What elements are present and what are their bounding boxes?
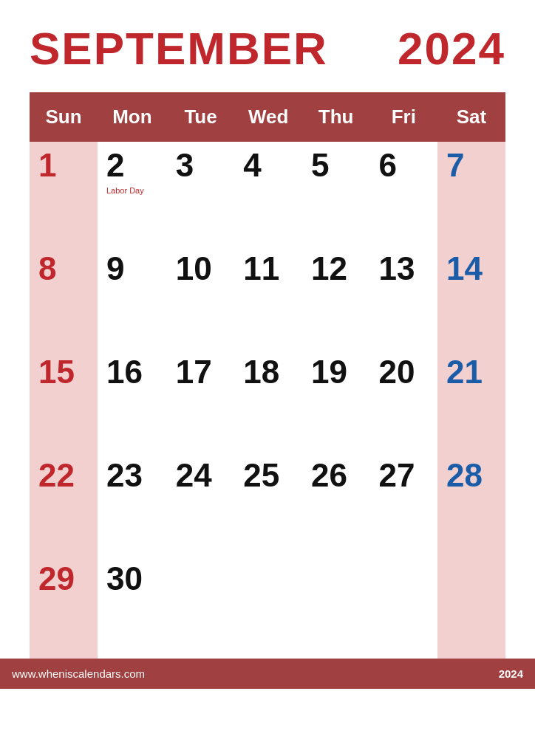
cell-sep12: 12 bbox=[302, 245, 370, 348]
cell-sep14: 14 bbox=[437, 245, 505, 348]
day-number: 14 bbox=[446, 252, 497, 285]
cell-sep9: 9 bbox=[98, 245, 167, 348]
day-number: 13 bbox=[378, 252, 429, 285]
week-2: 8 9 10 11 12 13 14 bbox=[30, 245, 505, 348]
footer-bar: www.wheniscalendars.com 2024 bbox=[0, 659, 535, 689]
cell-sep28: 28 bbox=[437, 452, 505, 555]
cell-sep11: 11 bbox=[234, 245, 302, 348]
cell-sep7: 7 bbox=[437, 142, 505, 245]
cell-empty-1 bbox=[167, 555, 235, 659]
day-number: 2 bbox=[106, 149, 158, 182]
day-headers-row: Sun Mon Tue Wed Thu Fri Sat bbox=[30, 92, 505, 142]
day-number: 10 bbox=[176, 252, 226, 285]
day-number: 19 bbox=[311, 356, 361, 388]
holiday-label: Labor Day bbox=[106, 186, 158, 195]
cell-empty-5 bbox=[437, 555, 505, 659]
day-number: 18 bbox=[243, 356, 293, 388]
header-mon: Mon bbox=[98, 92, 167, 142]
cell-sep13: 13 bbox=[369, 245, 437, 348]
day-number: 15 bbox=[38, 356, 89, 388]
day-number: 12 bbox=[311, 252, 361, 285]
day-number: 16 bbox=[106, 356, 158, 388]
cell-sep10: 10 bbox=[167, 245, 235, 348]
day-number: 28 bbox=[446, 459, 497, 492]
day-number: 17 bbox=[176, 356, 226, 388]
cell-sep30: 30 bbox=[98, 555, 167, 659]
cell-sep19: 19 bbox=[302, 348, 370, 452]
page-wrapper: SEPTEMBER 2024 Sun Mon Tue Wed Thu Fri S… bbox=[30, 22, 505, 689]
cell-sep23: 23 bbox=[98, 452, 167, 555]
header-sun: Sun bbox=[30, 92, 98, 142]
cell-sep3: 3 bbox=[167, 142, 235, 245]
header-sat: Sat bbox=[437, 92, 505, 142]
week-1: 1 2 Labor Day 3 4 5 6 bbox=[30, 142, 505, 245]
month-title: SEPTEMBER bbox=[30, 22, 328, 75]
day-number: 23 bbox=[106, 459, 158, 492]
day-number: 22 bbox=[38, 459, 89, 492]
day-number: 24 bbox=[176, 459, 226, 492]
cell-sep17: 17 bbox=[167, 348, 235, 452]
header-thu: Thu bbox=[302, 92, 370, 142]
cell-sep18: 18 bbox=[234, 348, 302, 452]
week-4: 22 23 24 25 26 27 28 bbox=[30, 452, 505, 555]
header-wed: Wed bbox=[234, 92, 302, 142]
cell-empty-2 bbox=[234, 555, 302, 659]
day-number: 5 bbox=[311, 149, 361, 182]
cell-sep8: 8 bbox=[30, 245, 98, 348]
header-fri: Fri bbox=[369, 92, 437, 142]
cell-sep20: 20 bbox=[369, 348, 437, 452]
day-number: 8 bbox=[38, 252, 89, 285]
day-number: 26 bbox=[311, 459, 361, 492]
cell-sep26: 26 bbox=[302, 452, 370, 555]
week-3: 15 16 17 18 19 20 21 bbox=[30, 348, 505, 452]
day-number: 27 bbox=[378, 459, 429, 492]
cell-sep24: 24 bbox=[167, 452, 235, 555]
day-number: 3 bbox=[176, 149, 226, 182]
day-number: 6 bbox=[378, 149, 429, 182]
cell-sep16: 16 bbox=[98, 348, 167, 452]
calendar-header: SEPTEMBER 2024 bbox=[30, 22, 505, 75]
header-tue: Tue bbox=[167, 92, 235, 142]
cell-sep21: 21 bbox=[437, 348, 505, 452]
year-title: 2024 bbox=[398, 22, 505, 75]
cell-empty-3 bbox=[302, 555, 370, 659]
footer-url: www.wheniscalendars.com bbox=[12, 667, 145, 680]
cell-empty-4 bbox=[369, 555, 437, 659]
day-number: 21 bbox=[446, 356, 497, 388]
cell-sep27: 27 bbox=[369, 452, 437, 555]
cell-sep22: 22 bbox=[30, 452, 98, 555]
footer-year: 2024 bbox=[499, 667, 523, 680]
cell-sep29: 29 bbox=[30, 555, 98, 659]
cell-sep25: 25 bbox=[234, 452, 302, 555]
day-number: 4 bbox=[243, 149, 293, 182]
calendar-table: Sun Mon Tue Wed Thu Fri Sat 1 2 Labor Da… bbox=[30, 92, 505, 659]
day-number: 11 bbox=[243, 252, 293, 285]
day-number: 25 bbox=[243, 459, 293, 492]
day-number: 9 bbox=[106, 252, 158, 285]
cell-sep6: 6 bbox=[369, 142, 437, 245]
cell-sep1: 1 bbox=[30, 142, 98, 245]
cell-sep2: 2 Labor Day bbox=[98, 142, 167, 245]
day-number: 29 bbox=[38, 563, 89, 595]
cell-sep5: 5 bbox=[302, 142, 370, 245]
day-number: 7 bbox=[446, 149, 497, 182]
cell-sep4: 4 bbox=[234, 142, 302, 245]
day-number: 30 bbox=[106, 563, 158, 595]
day-number: 1 bbox=[38, 149, 89, 182]
day-number: 20 bbox=[378, 356, 429, 388]
cell-sep15: 15 bbox=[30, 348, 98, 452]
week-5: 29 30 bbox=[30, 555, 505, 659]
